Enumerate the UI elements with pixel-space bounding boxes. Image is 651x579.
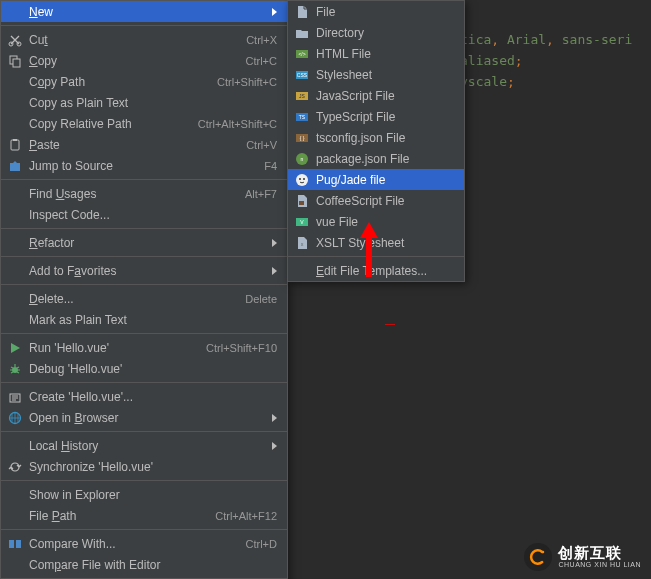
menu-item-label: Debug 'Hello.vue' — [29, 362, 277, 376]
menu-item-shortcut: Ctrl+Shift+C — [217, 76, 277, 88]
menu-jump-src[interactable]: Jump to SourceF4 — [1, 155, 287, 176]
menu-inspect[interactable]: Inspect Code... — [1, 204, 287, 225]
menu-favorites[interactable]: Add to Favorites — [1, 260, 287, 281]
menu-find-usages[interactable]: Find UsagesAlt+F7 — [1, 183, 287, 204]
menu-item-label: Edit File Templates... — [316, 264, 454, 278]
menu-debug[interactable]: Debug 'Hello.vue' — [1, 358, 287, 379]
menu-run[interactable]: Run 'Hello.vue'Ctrl+Shift+F10 — [1, 337, 287, 358]
new-menu-html-file[interactable]: </>HTML File — [288, 43, 464, 64]
menu-item-label: Create 'Hello.vue'... — [29, 390, 277, 404]
menu-item-label: Compare File with Editor — [29, 558, 277, 572]
menu-new[interactable]: New — [1, 1, 287, 22]
menu-separator — [1, 333, 287, 334]
new-menu-coffee[interactable]: CoffeeScript File — [288, 190, 464, 211]
menu-separator — [1, 284, 287, 285]
menu-delete[interactable]: Delete...Delete — [1, 288, 287, 309]
menu-sync[interactable]: Synchronize 'Hello.vue' — [1, 456, 287, 477]
sync-icon — [7, 459, 23, 475]
menu-item-shortcut: Ctrl+Alt+F12 — [215, 510, 277, 522]
menu-copy-rel[interactable]: Copy Relative PathCtrl+Alt+Shift+C — [1, 113, 287, 134]
menu-item-label: Show in Explorer — [29, 488, 277, 502]
watermark-subtitle: CHUANG XIN HU LIAN — [558, 561, 641, 569]
editor-mark: — — [385, 318, 395, 329]
submenu-arrow-icon — [272, 8, 277, 16]
config-icon — [7, 389, 23, 405]
menu-item-shortcut: Ctrl+Alt+Shift+C — [198, 118, 277, 130]
new-menu-vue[interactable]: Vvue File — [288, 211, 464, 232]
menu-open-browser[interactable]: Open in Browser — [1, 407, 287, 428]
menu-cut[interactable]: CutCtrl+X — [1, 29, 287, 50]
copy-icon — [7, 53, 23, 69]
svg-point-31 — [542, 551, 545, 554]
menu-item-label: HTML File — [316, 47, 454, 61]
menu-item-label: New — [29, 5, 264, 19]
menu-copy-path[interactable]: Copy PathCtrl+Shift+C — [1, 71, 287, 92]
menu-file-path[interactable]: File PathCtrl+Alt+F12 — [1, 505, 287, 526]
menu-item-label: Synchronize 'Hello.vue' — [29, 460, 277, 474]
menu-compare-editor[interactable]: Compare File with Editor — [1, 554, 287, 575]
menu-show-explorer[interactable]: Show in Explorer — [1, 484, 287, 505]
cut-icon — [7, 32, 23, 48]
menu-refactor[interactable]: Refactor — [1, 232, 287, 253]
menu-item-shortcut: Alt+F7 — [245, 188, 277, 200]
menu-item-shortcut: Ctrl+X — [246, 34, 277, 46]
html-icon: </> — [294, 46, 310, 62]
pug-icon — [294, 172, 310, 188]
menu-item-label: Find Usages — [29, 187, 235, 201]
menu-local-history[interactable]: Local History — [1, 435, 287, 456]
new-menu-ts-file[interactable]: TSTypeScript File — [288, 106, 464, 127]
new-menu-edit-templates[interactable]: Edit File Templates... — [288, 260, 464, 281]
menu-item-label: XSLT Stylesheet — [316, 236, 454, 250]
svg-rect-4 — [11, 140, 19, 150]
new-menu-js-file[interactable]: JSJavaScript File — [288, 85, 464, 106]
folder-icon — [294, 25, 310, 41]
menu-item-label: Refactor — [29, 236, 264, 250]
svg-text:JS: JS — [299, 93, 306, 99]
menu-create-config[interactable]: Create 'Hello.vue'... — [1, 386, 287, 407]
new-menu-package-json[interactable]: npackage.json File — [288, 148, 464, 169]
css-icon: CSS — [294, 67, 310, 83]
menu-separator — [1, 382, 287, 383]
menu-item-shortcut: F4 — [264, 160, 277, 172]
new-menu-stylesheet[interactable]: CSSStylesheet — [288, 64, 464, 85]
menu-item-label: vue File — [316, 215, 454, 229]
menu-item-shortcut: Ctrl+C — [246, 55, 277, 67]
menu-separator — [1, 256, 287, 257]
menu-separator — [1, 25, 287, 26]
new-menu-directory[interactable]: Directory — [288, 22, 464, 43]
paste-icon — [7, 137, 23, 153]
new-menu-tsconfig[interactable]: { }tsconfig.json File — [288, 127, 464, 148]
jump-icon — [7, 158, 23, 174]
menu-mark-plain[interactable]: Mark as Plain Text — [1, 309, 287, 330]
context-menu: NewCutCtrl+XCopyCtrl+CCopy PathCtrl+Shif… — [0, 0, 288, 579]
svg-rect-6 — [10, 163, 20, 171]
menu-item-label: File — [316, 5, 454, 19]
compare-icon — [7, 536, 23, 552]
menu-item-label: Compare With... — [29, 537, 236, 551]
menu-copy[interactable]: CopyCtrl+C — [1, 50, 287, 71]
menu-compare[interactable]: Compare With...Ctrl+D — [1, 533, 287, 554]
menu-item-label: CoffeeScript File — [316, 194, 454, 208]
submenu-arrow-icon — [272, 267, 277, 275]
menu-paste[interactable]: PasteCtrl+V — [1, 134, 287, 155]
svg-text:</>: </> — [298, 51, 305, 57]
menu-item-shortcut: Ctrl+D — [246, 538, 277, 550]
menu-separator — [1, 179, 287, 180]
menu-item-label: Open in Browser — [29, 411, 264, 425]
svg-rect-11 — [16, 540, 21, 548]
menu-item-shortcut: Ctrl+V — [246, 139, 277, 151]
debug-icon — [7, 361, 23, 377]
svg-rect-3 — [13, 59, 20, 67]
menu-item-label: package.json File — [316, 152, 454, 166]
svg-text:{ }: { } — [300, 135, 305, 141]
menu-item-label: Directory — [316, 26, 454, 40]
menu-item-label: Jump to Source — [29, 159, 254, 173]
new-menu-xslt[interactable]: XXSLT Stylesheet — [288, 232, 464, 253]
menu-copy-plain[interactable]: Copy as Plain Text — [1, 92, 287, 113]
menu-item-label: JavaScript File — [316, 89, 454, 103]
menu-separator — [288, 256, 464, 257]
new-menu-pug[interactable]: Pug/Jade file — [288, 169, 464, 190]
new-submenu: FileDirectory</>HTML FileCSSStylesheetJS… — [287, 0, 465, 282]
new-menu-file[interactable]: File — [288, 1, 464, 22]
js-icon: JS — [294, 88, 310, 104]
